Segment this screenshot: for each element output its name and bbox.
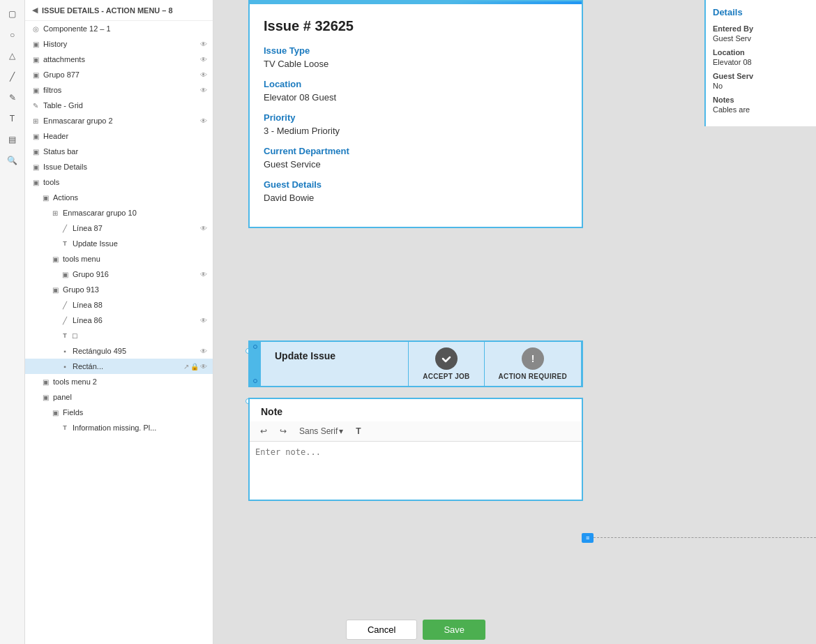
layer-filtros[interactable]: ▣ filtros 👁	[25, 82, 213, 98]
notes-value: Cables are	[713, 105, 809, 114]
layer-enmascarar10[interactable]: ⊞ Enmascarar grupo 10	[25, 205, 213, 220]
eye-icon[interactable]: 👁	[200, 347, 207, 355]
layer-table-grid[interactable]: ✎ Table - Grid	[25, 98, 213, 113]
eye-icon[interactable]: 👁	[200, 271, 207, 278]
action-required-button[interactable]: ! ACTION REQUIRED	[485, 342, 582, 386]
layer-name: Header	[43, 132, 207, 140]
folder-icon: ▣	[31, 133, 40, 140]
eye-icon[interactable]: 👁	[200, 56, 207, 63]
layer-rectangulo495[interactable]: ▪ Rectángulo 495 👁	[25, 343, 213, 359]
toolbar-line-icon[interactable]: ╱	[4, 68, 21, 85]
lock-icon[interactable]: 🔒	[190, 363, 199, 370]
layer-action-icons: ↗ 🔒 👁	[183, 363, 207, 370]
layer-name: Línea 86	[73, 316, 197, 324]
toolbar-select-icon[interactable]: ▢	[4, 6, 21, 22]
layer-enmascarar2[interactable]: ⊞ Enmascarar grupo 2 👁	[25, 113, 213, 128]
layer-linea86[interactable]: ╱ Línea 86 👁	[25, 313, 213, 328]
issue-department-label: Current Department	[264, 146, 568, 156]
layer-grupo877[interactable]: ▣ Grupo 877 👁	[25, 67, 213, 82]
eye-icon[interactable]: 👁	[200, 87, 207, 94]
text-format-button[interactable]: T	[351, 424, 365, 438]
layer-componente[interactable]: ◎ Componente 12 – 1	[25, 21, 213, 36]
layer-issue-details[interactable]: ▣ Issue Details	[25, 159, 213, 174]
accept-job-button[interactable]: ACCEPT JOB	[409, 342, 484, 386]
issue-type-label: Issue Type	[264, 45, 568, 56]
entered-by-label: Entered By	[713, 24, 809, 33]
redo-button[interactable]: ↪	[275, 424, 292, 438]
layer-tools-menu2[interactable]: ▣ tools menu 2	[25, 374, 213, 389]
issue-department-value: Guest Service	[264, 159, 568, 170]
folder-icon: ▣	[31, 71, 40, 79]
layer-panel[interactable]: ▣ panel	[25, 389, 213, 405]
text-icon: T	[60, 424, 70, 431]
save-button[interactable]: Save	[423, 620, 485, 640]
issue-priority-label: Priority	[264, 112, 568, 123]
layers-list: ◎ Componente 12 – 1 ▣ History 👁 ▣ attach…	[25, 21, 213, 644]
layer-tools-menu[interactable]: ▣ tools menu	[25, 251, 213, 267]
guest-service-label: Guest Serv	[713, 72, 809, 80]
eye-icon[interactable]: 👁	[200, 225, 207, 232]
layer-linea87[interactable]: ╱ Línea 87 👁	[25, 220, 213, 236]
update-issue-handle	[250, 342, 261, 386]
layer-name: filtros	[43, 86, 197, 94]
rect-icon: ▪	[60, 363, 70, 370]
folder-icon: ▣	[40, 394, 50, 401]
layer-info-missing[interactable]: T Information missing. Pl...	[25, 420, 213, 435]
action-required-label: ACTION REQUIRED	[499, 373, 567, 380]
line-icon: ╱	[60, 317, 70, 324]
layer-name: Línea 88	[73, 301, 207, 309]
layer-update-issue[interactable]: T Update Issue	[25, 236, 213, 251]
eye-icon[interactable]: 👁	[200, 363, 207, 370]
layer-textbox[interactable]: T □	[25, 328, 213, 343]
notes-label: Notes	[713, 96, 809, 104]
mask-icon: ⊞	[50, 209, 60, 217]
eye-icon[interactable]: 👁	[200, 317, 207, 324]
line-icon: ╱	[60, 301, 70, 309]
eye-icon[interactable]: 👁	[200, 71, 207, 79]
toolbar-grid-icon[interactable]: ▤	[4, 131, 21, 148]
layer-linea88[interactable]: ╱ Línea 88	[25, 297, 213, 313]
layer-name: Línea 87	[73, 224, 197, 232]
folder-icon: ▣	[50, 286, 60, 294]
issue-content: Issue # 32625 Issue Type TV Cable Loose …	[250, 4, 582, 227]
back-arrow[interactable]: ◀	[32, 6, 38, 15]
font-selector[interactable]: Sans Serif ▾	[294, 424, 348, 438]
font-name: Sans Serif	[299, 426, 338, 436]
handle-dot-bottom	[253, 379, 257, 383]
layer-name: Rectán...	[73, 362, 182, 370]
note-input[interactable]	[250, 442, 582, 497]
issue-number: Issue # 32625	[264, 18, 568, 34]
layer-rectangulo-selected[interactable]: ▪ Rectán... ↗ 🔒 👁	[25, 359, 213, 374]
external-link-icon[interactable]: ↗	[183, 363, 189, 370]
layer-tools[interactable]: ▣ tools	[25, 174, 213, 190]
folder-icon: ▣	[40, 378, 50, 386]
details-title: Details	[713, 7, 809, 17]
rect-icon: ▪	[60, 347, 70, 355]
layer-name: Componente 12 – 1	[43, 24, 207, 33]
folder-icon: ▣	[31, 40, 40, 48]
layer-fields[interactable]: ▣ Fields	[25, 405, 213, 420]
dropdown-arrow: ▾	[339, 426, 343, 436]
layer-statusbar[interactable]: ▣ Status bar	[25, 144, 213, 159]
layer-actions[interactable]: ▣ Actions	[25, 190, 213, 205]
mask-icon: ⊞	[31, 117, 40, 125]
undo-button[interactable]: ↩	[255, 424, 272, 438]
toolbar-search-icon[interactable]: 🔍	[4, 152, 21, 169]
cancel-button[interactable]: Cancel	[346, 620, 417, 640]
layers-header: ◀ ISSUE DETAILS - ACTION MENU – 8	[25, 0, 213, 21]
toolbar-triangle-icon[interactable]: △	[4, 47, 21, 64]
update-issue-label: Update Issue	[261, 342, 408, 386]
eye-icon[interactable]: 👁	[200, 40, 207, 48]
layer-name: Status bar	[43, 147, 207, 156]
layer-header[interactable]: ▣ Header	[25, 128, 213, 144]
dashed-separator	[583, 537, 816, 538]
toolbar-pen-icon[interactable]: ✎	[4, 89, 21, 106]
toolbar-circle-icon[interactable]: ○	[4, 27, 21, 43]
layer-grupo913[interactable]: ▣ Grupo 913	[25, 282, 213, 297]
layer-history[interactable]: ▣ History 👁	[25, 36, 213, 52]
layer-attachments[interactable]: ▣ attachments 👁	[25, 52, 213, 67]
toolbar-text-icon[interactable]: T	[4, 110, 21, 127]
eye-icon[interactable]: 👁	[200, 117, 207, 125]
layer-grupo916[interactable]: ▣ Grupo 916 👁	[25, 267, 213, 282]
layer-name: Enmascarar grupo 2	[43, 117, 197, 125]
